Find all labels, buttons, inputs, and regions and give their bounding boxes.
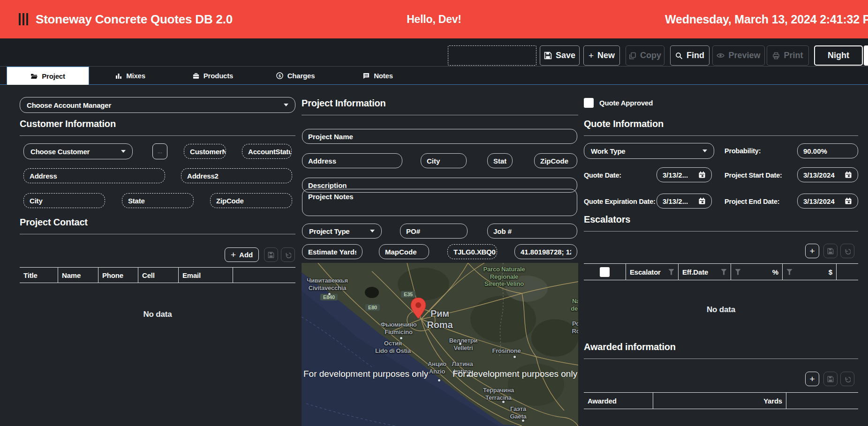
filter-icon[interactable] <box>735 269 741 275</box>
column-header-blank <box>786 393 858 409</box>
customer-address-field: Address <box>23 168 165 183</box>
ellipsis-label: ... <box>158 148 162 155</box>
calendar-icon <box>845 197 852 205</box>
map-marker-pin[interactable] <box>410 298 426 321</box>
find-button[interactable]: Find <box>670 45 709 66</box>
copy-icon <box>629 52 636 60</box>
floppy-icon <box>827 376 834 382</box>
project-end-date-label: Project End Date: <box>725 198 779 205</box>
mapcode-input[interactable] <box>379 244 429 259</box>
undo-icon <box>844 376 851 382</box>
probability-label: Probability: <box>725 147 761 155</box>
floppy-icon <box>544 52 552 60</box>
save-awarded-button <box>823 372 838 386</box>
select-all-checkbox[interactable] <box>600 267 610 277</box>
column-header-awarded[interactable]: Awarded <box>584 393 653 409</box>
project-type-select[interactable]: Project Type <box>302 224 382 239</box>
account-status-field: AccountStatus <box>242 144 292 159</box>
estimate-yards-input[interactable] <box>302 244 362 259</box>
tab-project[interactable]: Project <box>7 67 89 85</box>
project-state-input[interactable] <box>487 153 513 168</box>
choose-customer-select[interactable]: Choose Customer <box>23 143 133 159</box>
column-header-yards[interactable]: Yards <box>653 393 786 409</box>
project-contact-section-header: Project Contact <box>20 217 295 234</box>
work-type-select[interactable]: Work Type <box>584 143 714 159</box>
new-label: New <box>597 51 615 60</box>
customer-lookup-button[interactable]: ... <box>152 143 167 159</box>
notes-icon <box>363 73 370 79</box>
calendar-icon <box>698 171 706 179</box>
road-shield-label: E35 <box>401 291 415 298</box>
tab-charges[interactable]: $ Charges <box>254 67 337 85</box>
project-end-date-input[interactable] <box>797 194 858 209</box>
add-escalator-button[interactable]: + <box>805 244 819 258</box>
filter-icon[interactable] <box>786 269 793 275</box>
po-number-input[interactable] <box>400 224 468 239</box>
project-location-map[interactable]: ЧивитавеккьяCivitavecchiaРимRomaФьюмичин… <box>302 263 578 426</box>
map-city-dot <box>502 401 505 403</box>
column-header-blank <box>233 268 295 283</box>
add-contact-button[interactable]: + Add <box>225 247 259 262</box>
map-city-dot <box>522 419 524 422</box>
project-column: Project Information Project Type <box>302 85 578 426</box>
night-theme-button[interactable]: Night <box>814 45 863 66</box>
save-button[interactable]: Save <box>540 45 580 66</box>
search-icon <box>675 52 683 60</box>
briefcase-icon <box>193 73 199 79</box>
undo-escalators-button <box>840 244 854 258</box>
svg-text:$: $ <box>279 74 281 78</box>
column-header-percent[interactable]: % <box>731 264 783 280</box>
project-zipcode-input[interactable] <box>534 153 577 168</box>
project-notes-input[interactable] <box>302 189 577 216</box>
column-header-dollar[interactable]: $ <box>783 264 837 280</box>
folder-icon <box>30 73 38 79</box>
map-watermark: For development purposes only <box>453 369 577 379</box>
quote-expiration-date-input[interactable] <box>657 194 712 209</box>
tab-mixes-label: Mixes <box>126 72 145 80</box>
column-header-effdate[interactable]: Eff.Date <box>679 264 731 280</box>
job-number-input[interactable] <box>487 224 577 239</box>
filter-icon[interactable] <box>721 269 727 275</box>
map-city-dot <box>438 379 440 381</box>
user-greeting: Hello, Dev! <box>407 13 461 26</box>
customer-column: Choose Account Manager Customer Informat… <box>20 85 295 426</box>
eye-icon <box>717 52 725 60</box>
new-button[interactable]: + New <box>583 45 620 66</box>
project-start-date-label: Project Start Date: <box>725 172 782 179</box>
column-header-phone[interactable]: Phone <box>98 268 138 283</box>
quote-approved-checkbox[interactable] <box>584 98 594 108</box>
project-start-date-input[interactable] <box>797 167 858 182</box>
quote-date-input[interactable] <box>657 167 712 182</box>
column-header-email[interactable]: Email <box>179 268 233 283</box>
theme-toggle-partial[interactable] <box>864 45 868 66</box>
column-header-title[interactable]: Title <box>20 268 58 283</box>
map-place-label: ВеллетриVelletri <box>449 337 478 351</box>
filter-icon[interactable] <box>668 269 674 275</box>
coordinates-field[interactable] <box>514 244 577 259</box>
map-place-label: Nadell <box>571 298 578 312</box>
quick-search-input[interactable] <box>448 45 536 66</box>
tab-notes[interactable]: Notes <box>337 67 419 85</box>
project-address-input[interactable] <box>302 153 402 168</box>
menu-icon[interactable] <box>19 13 28 25</box>
account-manager-select[interactable]: Choose Account Manager <box>20 97 295 113</box>
tab-products[interactable]: Products <box>172 67 254 85</box>
add-awarded-button[interactable]: + <box>805 372 819 386</box>
customer-zipcode-field: ZipCode <box>210 193 292 208</box>
tab-mixes[interactable]: Mixes <box>89 67 172 85</box>
plus-icon: + <box>589 51 594 60</box>
column-header-cell[interactable]: Cell <box>138 268 179 283</box>
floppy-icon <box>827 248 834 254</box>
undo-icon <box>844 248 851 254</box>
quote-date-label: Quote Date: <box>584 172 621 179</box>
account-manager-placeholder: Choose Account Manager <box>27 101 111 109</box>
project-name-input[interactable] <box>302 129 577 144</box>
column-header-escalator[interactable]: Escalator <box>626 264 679 280</box>
main-toolbar: Save + New Copy Find Preview Print Night <box>0 38 868 66</box>
column-header-name[interactable]: Name <box>58 268 98 283</box>
copy-button: Copy <box>626 45 664 66</box>
escalators-grid-empty-message: No data <box>584 305 858 314</box>
undo-contacts-button <box>281 247 295 262</box>
project-city-input[interactable] <box>421 153 467 168</box>
probability-input[interactable] <box>797 143 858 158</box>
